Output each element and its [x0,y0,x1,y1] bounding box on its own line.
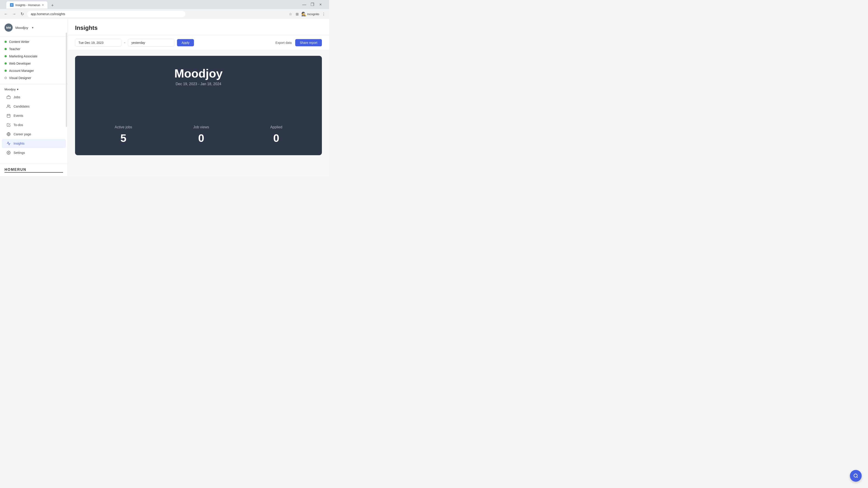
sidebar-item-jobs[interactable]: Jobs [2,93,66,102]
address-bar: ← → ↻ ☆ ⊞ 🕵️ Incognito ⋮ [0,9,329,19]
status-dot-inactive [4,77,7,79]
status-dot-active [4,62,7,65]
tab-title: Insights - Homerun [16,3,40,7]
date-to-input[interactable] [128,39,174,46]
job-label: Teacher [9,47,20,51]
sidebar-divider [0,84,68,85]
share-report-button[interactable]: Share report [295,39,322,46]
app-container: MM Moodjoy ▾ Content Writer Teacher Mark… [0,19,329,176]
insights-card-company: Moodjoy [174,67,223,80]
company-dropdown-arrow: ▾ [32,26,33,29]
sidebar-item-events[interactable]: Events [2,111,66,120]
sidebar-scroll: Content Writer Teacher Marketing Associa… [0,36,68,164]
toolbar: - Apply Export data Share report [68,35,329,51]
date-from-input[interactable] [75,39,121,46]
homerun-logo-underline [4,172,63,173]
svg-point-8 [8,152,9,153]
back-button[interactable]: ← [3,11,9,17]
job-label: Visual Designer [9,76,31,80]
sidebar-job-item-teacher[interactable]: Teacher [0,45,68,53]
insights-panel: Moodjoy Dec 19, 2023 - Jan 18, 2024 Acti… [68,51,329,176]
status-dot-active [4,55,7,57]
sidebar-job-item-visual-designer[interactable]: Visual Designer [0,74,68,82]
address-input[interactable] [27,11,185,17]
sidebar-scrollbar[interactable] [66,33,67,127]
nav-label: To-dos [13,123,23,127]
people-icon [6,104,11,109]
status-dot-active [4,48,7,50]
sidebar-job-item-content-writer[interactable]: Content Writer [0,38,68,45]
tab-close-button[interactable]: × [42,3,44,7]
stat-label-active-jobs: Active jobs [115,125,132,129]
stat-applied: Applied 0 [270,125,282,144]
page-title: Insights [75,24,322,31]
stat-active-jobs: Active jobs 5 [115,125,132,144]
job-label: Web Developer [9,62,31,65]
nav-label: Career page [13,132,31,136]
svg-rect-2 [7,114,10,118]
refresh-button[interactable]: ↻ [19,11,25,17]
svg-rect-0 [7,96,10,99]
sidebar: MM Moodjoy ▾ Content Writer Teacher Mark… [0,19,68,176]
apply-button[interactable]: Apply [177,39,194,46]
nav-label: Settings [13,151,25,155]
nav-items: Jobs Candidates Events [0,93,68,157]
jobs-list: Content Writer Teacher Marketing Associa… [0,36,68,84]
incognito-button[interactable]: 🕵️ Incognito [301,11,319,17]
sidebar-item-todos[interactable]: To-dos [2,121,66,129]
globe-icon [6,132,11,136]
title-bar: H Insights - Homerun × + — ❐ × [0,0,329,9]
active-tab[interactable]: H Insights - Homerun × [6,1,48,8]
sidebar-item-career-page[interactable]: Career page [2,130,66,139]
sidebar-logo: HOMERUN [0,164,68,176]
stat-value-applied: 0 [273,132,279,144]
browser-actions: ☆ ⊞ 🕵️ Incognito ⋮ [288,11,327,17]
checkbox-icon [6,123,11,127]
main-content: Insights - Apply Export data Share repor… [68,19,329,176]
stat-value-job-views: 0 [198,132,204,144]
company-section-label[interactable]: Moodjoy ▾ [0,86,68,92]
avatar: MM [4,24,13,32]
window-minimize-button[interactable]: — [301,1,307,8]
export-data-link[interactable]: Export data [276,41,292,44]
sidebar-job-item-account-manager[interactable]: Account Manager [0,67,68,74]
stat-job-views: Job views 0 [193,125,209,144]
window-close-button[interactable]: × [317,1,324,8]
company-name: Moodjoy [16,26,28,30]
page-header: Insights [68,19,329,35]
sidebar-job-item-web-developer[interactable]: Web Developer [0,60,68,67]
briefcase-icon [6,95,11,99]
forward-button[interactable]: → [11,11,17,17]
svg-point-1 [7,105,9,106]
sidebar-header[interactable]: MM Moodjoy ▾ [0,19,68,36]
sidebar-item-insights[interactable]: Insights [2,139,66,148]
bookmark-button[interactable]: ☆ [288,11,293,17]
job-label: Content Writer [9,40,29,43]
nav-label: Jobs [13,95,20,99]
browser-chrome: H Insights - Homerun × + — ❐ × ← → ↻ ☆ ⊞… [0,0,329,19]
nav-label: Candidates [13,105,30,108]
tab-favicon: H [10,3,13,7]
toolbar-right: Export data Share report [276,39,322,46]
gear-icon [6,151,11,155]
chart-icon [6,141,11,146]
layout-button[interactable]: ⊞ [295,11,300,17]
stat-label-job-views: Job views [193,125,209,129]
sidebar-job-item-marketing-associate[interactable]: Marketing Associate [0,53,68,60]
job-label: Account Manager [9,69,34,72]
tabs-bar: H Insights - Homerun × + [4,0,57,8]
nav-label: Insights [13,142,24,145]
sidebar-item-candidates[interactable]: Candidates [2,102,66,111]
more-button[interactable]: ⋮ [321,11,327,17]
insights-card: Moodjoy Dec 19, 2023 - Jan 18, 2024 Acti… [75,56,322,155]
calendar-icon [6,113,11,118]
stat-value-active-jobs: 5 [120,132,126,144]
new-tab-button[interactable]: + [49,2,56,8]
window-maximize-button[interactable]: ❐ [309,1,315,8]
insights-card-date-range: Dec 19, 2023 - Jan 18, 2024 [176,82,221,86]
job-label: Marketing Associate [9,55,37,58]
status-dot-active [4,70,7,72]
date-separator: - [124,41,125,45]
sidebar-item-settings[interactable]: Settings [2,148,66,157]
stats-row: Active jobs 5 Job views 0 Applied 0 [84,125,313,144]
